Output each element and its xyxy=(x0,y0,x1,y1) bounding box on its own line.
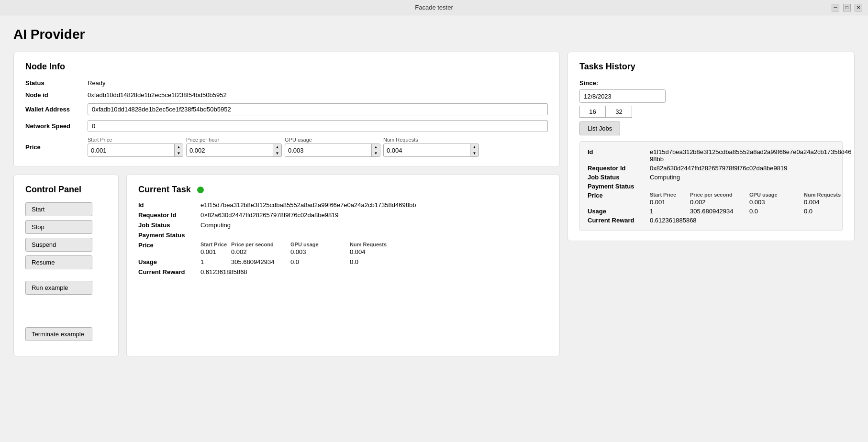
num-requests-group: Num Requests ▲ ▼ xyxy=(383,137,479,157)
status-value: Ready xyxy=(88,79,548,87)
hist-requestor-label: Requestor Id xyxy=(588,165,650,172)
start-price-up[interactable]: ▲ xyxy=(174,144,183,150)
hist-price-label: Price xyxy=(588,192,650,206)
network-speed-label: Network Speed xyxy=(25,122,88,130)
task-gpu-usage: 0.003 xyxy=(290,248,348,255)
control-btn-group: Start Stop Suspend Resume xyxy=(25,202,107,271)
window-title: Facade tester xyxy=(415,4,453,11)
suspend-button[interactable]: Suspend xyxy=(25,238,92,252)
maximize-button[interactable]: □ xyxy=(843,4,851,11)
wallet-address-label: Wallet Address xyxy=(25,106,88,113)
price-per-hour-btns: ▲ ▼ xyxy=(273,144,281,156)
hist-start-price: 0.001 xyxy=(650,199,688,206)
left-panel: Node Info Status Ready Node id 0xfadb10d… xyxy=(13,52,560,356)
hist-usage-row: 1 305.680942934 0.0 0.0 xyxy=(650,208,852,215)
hist-price-per-sec: 0.002 xyxy=(690,199,747,206)
gpu-usage-group: GPU usage ▲ ▼ xyxy=(285,137,380,157)
task-id-value: e1f15d7bea312b8e3f125cdba85552a8ad2a99f6… xyxy=(200,201,548,209)
node-info-title: Node Info xyxy=(25,62,548,72)
hist-usage-1: 1 xyxy=(650,208,688,215)
price-label: Price xyxy=(25,144,88,151)
gpu-usage-btns: ▲ ▼ xyxy=(371,144,380,156)
current-task-grid: Id e1f15d7bea312b8e3f125cdba85552a8ad2a9… xyxy=(138,201,548,276)
hist-payment-status-label: Payment Status xyxy=(588,183,650,190)
task-job-status-label: Job Status xyxy=(138,221,200,229)
date-picker-row: ▲ ▼ xyxy=(579,89,843,103)
resume-button[interactable]: Resume xyxy=(25,255,92,269)
hist-usage-2: 305.680942934 xyxy=(690,208,747,215)
start-price-down[interactable]: ▼ xyxy=(174,150,183,156)
history-entry: Id e1f15d7bea312b8e3f125cdba85552a8ad2a9… xyxy=(579,141,843,231)
hour-block[interactable]: 16 xyxy=(579,106,606,118)
task-usage-3: 0.0 xyxy=(290,258,348,265)
price-per-hour-spinner: ▲ ▼ xyxy=(186,144,282,157)
gpu-usage-label: GPU usage xyxy=(285,137,380,143)
gpu-usage-down[interactable]: ▼ xyxy=(371,150,380,156)
start-button[interactable]: Start xyxy=(25,202,92,216)
task-start-price: 0.001 xyxy=(200,248,229,255)
num-requests-spinner: ▲ ▼ xyxy=(383,144,479,157)
control-panel-card: Control Panel Start Stop Suspend Resume … xyxy=(13,175,119,356)
num-requests-label: Num Requests xyxy=(383,137,479,143)
task-status-indicator xyxy=(197,187,204,193)
task-usage-1: 1 xyxy=(200,258,229,265)
hist-ph-2: Price per second xyxy=(690,192,747,198)
num-requests-input[interactable] xyxy=(384,145,470,156)
hist-job-status-label: Job Status xyxy=(588,174,650,181)
node-id-label: Node id xyxy=(25,91,88,99)
task-reward-value: 0.612361885868 xyxy=(200,268,548,276)
task-ph-1: Start Price xyxy=(200,242,229,247)
page-title: AI Provider xyxy=(13,27,855,42)
stop-button[interactable]: Stop xyxy=(25,220,92,234)
task-ph-4: Num Requests xyxy=(350,242,398,247)
node-id-value: 0xfadb10dd14828de1b2ec5ce1f238f54bd50b59… xyxy=(88,91,548,99)
price-per-hour-group: Price per hour ▲ ▼ xyxy=(186,137,282,157)
hist-job-status-value: Computing xyxy=(650,174,852,181)
price-per-hour-up[interactable]: ▲ xyxy=(273,144,281,150)
time-row: 16 32 xyxy=(579,106,843,118)
task-ph-3: GPU usage xyxy=(290,242,348,247)
network-speed-input[interactable] xyxy=(88,120,548,132)
minute-block[interactable]: 32 xyxy=(606,106,632,118)
price-per-hour-input[interactable] xyxy=(187,145,273,156)
price-per-hour-down[interactable]: ▼ xyxy=(273,150,281,156)
current-task-card: Current Task Id e1f15d7bea312b8e3f125cdb… xyxy=(126,175,560,356)
title-bar: Facade tester ─ □ ✕ xyxy=(0,0,868,15)
hist-id-label: Id xyxy=(588,148,650,163)
hist-price-data: 0.001 0.002 0.003 0.004 xyxy=(650,199,852,206)
wallet-address-input[interactable] xyxy=(88,103,548,115)
num-requests-up[interactable]: ▲ xyxy=(470,144,479,150)
hist-reward-label: Current Reward xyxy=(588,217,650,224)
task-price-data-row: 0.001 0.002 0.003 0.004 xyxy=(200,248,548,255)
gpu-usage-spinner: ▲ ▼ xyxy=(285,144,380,157)
right-panel: Tasks History Since: ▲ ▼ 16 32 List Jo xyxy=(568,52,855,356)
hist-ph-3: GPU usage xyxy=(749,192,802,198)
start-price-btns: ▲ ▼ xyxy=(174,144,183,156)
task-requestor-label: Requestor Id xyxy=(138,211,200,219)
gpu-usage-up[interactable]: ▲ xyxy=(371,144,380,150)
list-jobs-button[interactable]: List Jobs xyxy=(579,122,620,135)
since-label: Since: xyxy=(579,79,843,87)
num-requests-down[interactable]: ▼ xyxy=(470,150,479,156)
date-spinner: ▲ ▼ xyxy=(579,89,666,103)
task-payment-status-value xyxy=(200,232,548,239)
start-price-input[interactable] xyxy=(88,145,174,156)
task-num-req: 0.004 xyxy=(350,248,398,255)
minimize-button[interactable]: ─ xyxy=(832,4,839,11)
task-price-header: Start Price Price per second GPU usage N… xyxy=(200,242,548,248)
date-input[interactable] xyxy=(580,90,666,102)
close-button[interactable]: ✕ xyxy=(855,4,862,11)
gpu-usage-input[interactable] xyxy=(285,145,371,156)
hist-usage-label: Usage xyxy=(588,208,650,215)
task-usage-2: 305.680942934 xyxy=(231,258,289,265)
task-price-table: Start Price Price per second GPU usage N… xyxy=(200,242,548,255)
tasks-history-title: Tasks History xyxy=(579,62,843,72)
hist-id-value: e1f15d7bea312b8e3f125cdba85552a8ad2a99f6… xyxy=(650,148,852,163)
run-example-button[interactable]: Run example xyxy=(25,281,92,295)
hist-usage-data: 1 305.680942934 0.0 0.0 xyxy=(650,208,852,215)
bottom-layout: Control Panel Start Stop Suspend Resume … xyxy=(13,175,560,356)
hist-usage-4: 0.0 xyxy=(804,208,852,215)
terminate-example-button[interactable]: Terminate example xyxy=(25,327,92,341)
task-usage-label: Usage xyxy=(138,258,200,265)
app-body: AI Provider Node Info Status Ready Node … xyxy=(0,15,868,368)
